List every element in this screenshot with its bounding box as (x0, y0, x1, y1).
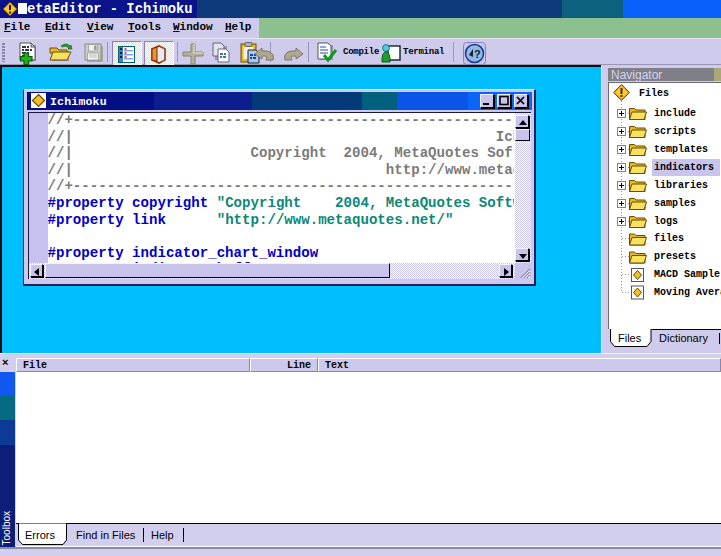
svg-text:Find in Files: Find in Files (76, 529, 136, 541)
svg-text:?: ? (474, 48, 481, 60)
svg-text:Help: Help (151, 529, 174, 541)
svg-text:Errors: Errors (25, 529, 55, 541)
svg-text:Files: Files (618, 332, 642, 344)
svg-text:Dictionary: Dictionary (659, 332, 708, 344)
